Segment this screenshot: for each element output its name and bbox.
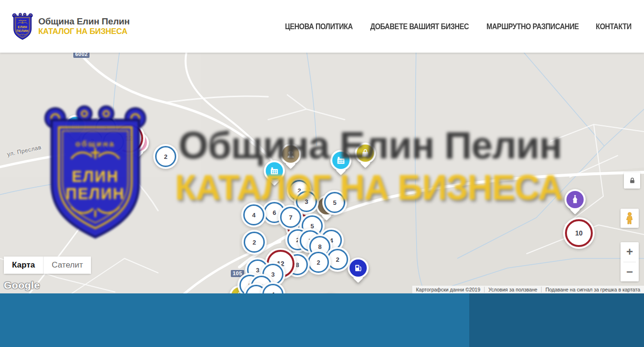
cluster-marker[interactable]: 2: [244, 232, 265, 253]
map-type-satellite-button[interactable]: Сателит: [43, 257, 91, 274]
attribution-report-link[interactable]: Подаване на сигнал за грешка в картата: [541, 287, 644, 292]
street-view-pegman[interactable]: [621, 209, 639, 228]
cluster-marker[interactable]: 2: [308, 252, 329, 273]
pin-ball: [355, 143, 376, 164]
category-pin-factory[interactable]: [264, 160, 285, 186]
search-panel: Категория Местоположение ТЪРСЕНЕ: [0, 293, 644, 347]
zoom-control: + −: [621, 242, 639, 281]
main-nav: ЦЕНОВА ПОЛИТИКА ДОБАВЕТЕ ВАШИЯТ БИЗНЕС М…: [284, 22, 632, 31]
cluster-marker[interactable]: 3: [296, 191, 317, 212]
category-pin-church[interactable]: [565, 189, 586, 215]
pin-ball: [330, 150, 351, 171]
pin-ball: [65, 115, 86, 136]
municipality-crest-icon: [11, 11, 34, 42]
site-subtitle: КАТАЛОГ НА БИЗНЕСА: [38, 27, 130, 35]
fullscreen-lock-button[interactable]: [624, 172, 640, 189]
cluster-marker[interactable]: 5: [324, 192, 345, 213]
zoom-in-button[interactable]: +: [621, 242, 639, 262]
pin-ball: [348, 257, 369, 279]
attribution-copyright: Картографски данни ©2019: [412, 287, 484, 292]
category-pin-factory[interactable]: [330, 150, 351, 176]
cluster-marker[interactable]: 7: [280, 207, 301, 228]
cluster-marker[interactable]: 4: [243, 204, 264, 225]
factory-icon: [269, 166, 280, 176]
app-header: Община Елин Пелин КАТАЛОГ НА БИЗНЕСА ЦЕН…: [0, 0, 644, 53]
lock-icon: [629, 177, 636, 184]
worker-icon: [285, 149, 296, 159]
attribution-terms-link[interactable]: Условия за ползване: [484, 287, 541, 292]
category-pin-fuel[interactable]: [348, 257, 369, 283]
zoom-out-button[interactable]: −: [621, 262, 639, 281]
nav-contacts[interactable]: КОНТАКТИ: [596, 22, 632, 31]
category-pin-bag[interactable]: [355, 143, 376, 168]
map-type-control: Карта Сателит: [4, 257, 91, 274]
map-markers-layer: 13123252235647522748228123338234510: [0, 53, 644, 293]
map-type-map-button[interactable]: Карта: [4, 257, 43, 274]
pin-ball: [264, 160, 285, 181]
cluster-marker[interactable]: 2: [82, 130, 103, 151]
nav-pricing-policy[interactable]: ЦЕНОВА ПОЛИТИКА: [285, 22, 352, 31]
church-icon: [570, 194, 580, 205]
search-panel-right: [469, 293, 644, 347]
site-logo[interactable]: Община Елин Пелин КАТАЛОГ НА БИЗНЕСА: [11, 11, 130, 42]
map-attribution: Картографски данни ©2019 Условия за полз…: [412, 286, 644, 293]
cluster-marker[interactable]: 10: [565, 219, 593, 247]
pegman-icon: [624, 212, 635, 225]
cluster-marker[interactable]: 5: [103, 131, 124, 152]
nav-add-your-business[interactable]: ДОБАВЕТЕ ВАШИЯТ БИЗНЕС: [370, 22, 469, 31]
fuel-icon: [353, 263, 363, 273]
google-logo[interactable]: Google: [4, 280, 40, 291]
bag-icon: [360, 148, 371, 158]
cluster-marker[interactable]: 2: [155, 146, 176, 167]
factory-icon: [70, 120, 81, 131]
site-title: Община Елин Пелин: [38, 17, 130, 26]
google-map[interactable]: 6002105ул. Преславбул. „Новосел 13123252…: [0, 53, 644, 293]
pin-ball: [565, 189, 586, 210]
cluster-marker[interactable]: 2: [327, 249, 348, 270]
nav-route-schedule[interactable]: МАРШРУТНО РАЗПИСАНИЕ: [486, 22, 579, 31]
factory-icon: [336, 155, 346, 166]
